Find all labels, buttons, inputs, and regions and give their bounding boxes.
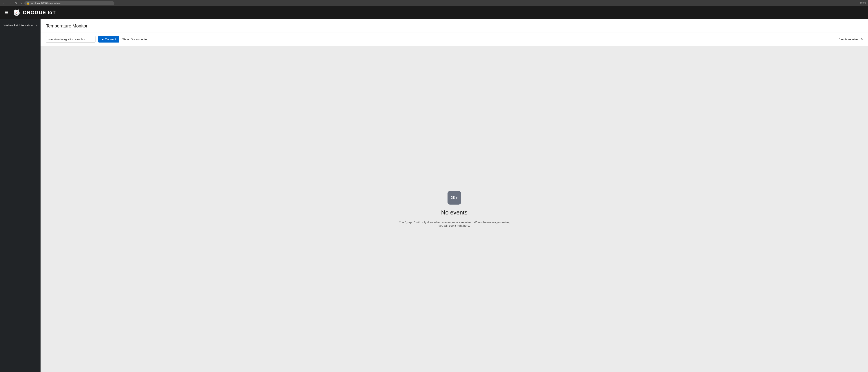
app-container: ☰ DROGUE IoT Websocket Integration ›: [0, 6, 868, 372]
forward-button[interactable]: →: [8, 1, 12, 5]
ws-url-input[interactable]: [46, 36, 95, 42]
events-received: Events received: 0: [838, 38, 863, 41]
svg-point-4: [16, 12, 17, 12]
address-bar[interactable]: 🔒 localhost:8080/temperature: [24, 1, 115, 5]
empty-state-description: The "graph " will only draw when message…: [398, 221, 510, 227]
chevron-right-icon: ›: [36, 24, 37, 27]
svg-point-5: [17, 12, 18, 12]
play-icon: ▶: [102, 38, 103, 40]
connect-button[interactable]: ▶ Connect: [98, 36, 119, 42]
content-area: Temperature Monitor ▶ Connect State: Dis…: [40, 19, 868, 372]
connection-bar: ▶ Connect State: Disconnected Events rec…: [40, 32, 868, 46]
url-text: localhost:8080/temperature: [31, 2, 61, 4]
sidebar: Websocket Integration ›: [0, 19, 40, 372]
sidebar-item-label: Websocket Integration: [4, 24, 36, 27]
svg-point-6: [16, 12, 17, 13]
page-header: Temperature Monitor: [40, 19, 868, 32]
connection-state: State: Disconnected: [122, 38, 148, 41]
browser-nav-buttons: ← → ↻ ⌂: [2, 1, 23, 5]
main-area: Websocket Integration › Temperature Moni…: [0, 19, 868, 372]
main-content: 2K+ No events The "graph " will only dra…: [40, 46, 868, 372]
brand-logo: DROGUE IoT: [12, 8, 56, 16]
empty-state-icon: 2K+: [447, 191, 461, 205]
brand-name: DROGUE IoT: [23, 10, 56, 15]
sidebar-item-websocket-integration[interactable]: Websocket Integration ›: [0, 21, 40, 30]
back-button[interactable]: ←: [2, 1, 7, 5]
page-title: Temperature Monitor: [46, 24, 863, 29]
home-button[interactable]: ⌂: [19, 1, 23, 5]
lock-icon: 🔒: [27, 2, 30, 5]
zoom-indicator: 120%: [860, 2, 866, 4]
reload-button[interactable]: ↻: [13, 1, 18, 5]
top-nav: ☰ DROGUE IoT: [0, 6, 868, 19]
brand-icon: [12, 8, 21, 16]
hamburger-button[interactable]: ☰: [4, 9, 9, 16]
connect-button-label: Connect: [105, 38, 116, 41]
empty-state-title: No events: [441, 209, 467, 216]
browser-chrome: ← → ↻ ⌂ 🔒 localhost:8080/temperature 120…: [0, 0, 868, 6]
